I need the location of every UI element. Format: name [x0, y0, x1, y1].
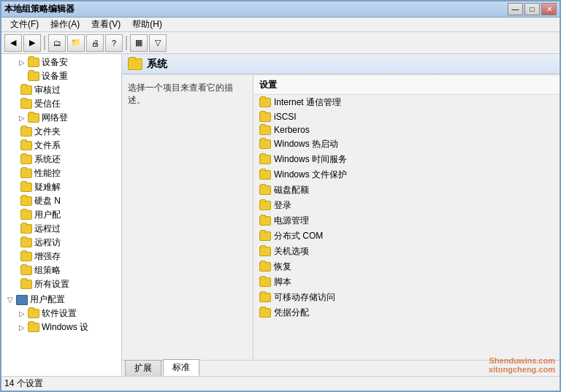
- tree-label: 网络登: [42, 112, 68, 124]
- maximize-button[interactable]: □: [524, 3, 540, 15]
- panel-body: 选择一个项目来查看它的描述。 设置 Internet 通信管理 iSCSI: [122, 74, 560, 360]
- expand-icon: [9, 126, 20, 138]
- folder-icon: [20, 127, 32, 137]
- tree-label: 系统还: [34, 153, 61, 166]
- toolbar-separator-2: [126, 36, 127, 50]
- settings-item-win-hotstart[interactable]: Windows 热启动: [253, 137, 560, 152]
- tree-item-xingneng[interactable]: 性能控: [1, 166, 121, 180]
- expand-icon: [9, 140, 20, 152]
- folder-button[interactable]: 🗂: [48, 34, 66, 52]
- help-button[interactable]: ?: [105, 34, 123, 52]
- folder-icon-jiaoben: [259, 277, 271, 287]
- panel-header: 系统: [122, 54, 560, 74]
- folder-icon: [20, 155, 32, 164]
- close-button[interactable]: ✕: [541, 3, 557, 15]
- folder-icon-iscsi: [259, 112, 271, 122]
- folder-icon-shebei-an: [28, 58, 39, 67]
- tree-item-shebei-an[interactable]: ▷ 设备安: [1, 55, 121, 69]
- settings-item-huifu[interactable]: 恢复: [253, 259, 560, 274]
- folder-icon-denglu: [259, 201, 271, 210]
- menu-help[interactable]: 帮助(H): [126, 17, 168, 32]
- settings-item-ping-fen[interactable]: 凭据分配: [253, 305, 560, 320]
- settings-label-keyidong: 可移动存储访问: [274, 291, 335, 304]
- main-content: ▷ 设备安 设备重 审核过 受信任: [1, 54, 560, 376]
- settings-label-kerberos: Kerberos: [274, 125, 310, 135]
- tree-item-yingpan[interactable]: 硬盘 N: [1, 194, 121, 208]
- menu-view[interactable]: 查看(V): [85, 17, 126, 32]
- settings-item-keyidong[interactable]: 可移动存储访问: [253, 290, 560, 305]
- tree-label: 用户配: [34, 209, 61, 221]
- tab-expand[interactable]: 扩展: [125, 360, 161, 376]
- print-button[interactable]: 🖨: [86, 34, 104, 52]
- expand-icon: [9, 223, 20, 235]
- filter-button[interactable]: ▽: [149, 34, 167, 52]
- settings-item-win-time[interactable]: Windows 时间服务: [253, 152, 560, 167]
- tree-item-shengji[interactable]: 审核过: [1, 83, 121, 97]
- settings-label-win-time: Windows 时间服务: [274, 153, 347, 166]
- folder-icon: [20, 210, 32, 220]
- tree-item-yonghu-pei[interactable]: 用户配: [1, 208, 121, 222]
- settings-item-dianyuan[interactable]: 电源管理: [253, 213, 560, 228]
- tree-item-nanyi[interactable]: 疑难解: [1, 180, 121, 194]
- panel-header-folder-icon: [128, 58, 142, 70]
- tree-item-zucai[interactable]: 组策略: [1, 264, 121, 277]
- tree-item-wenjian-xi[interactable]: 文件系: [1, 139, 121, 153]
- view-button[interactable]: ▦: [130, 34, 148, 52]
- expand-icon: [9, 154, 20, 166]
- forward-button[interactable]: ▶: [23, 34, 41, 52]
- description-column: 选择一个项目来查看它的描述。: [122, 74, 253, 360]
- expand-icon-shebei-an: ▷: [16, 57, 28, 69]
- tree-item-yonghu-root[interactable]: ▽ 用户配置: [1, 293, 121, 307]
- description-text: 选择一个项目来查看它的描述。: [128, 82, 233, 105]
- expand-icon: [9, 237, 20, 249]
- tree-item-yuancheng-fang[interactable]: 远程访: [1, 236, 121, 250]
- tree-item-windows-shezhi[interactable]: ▷ Windows 设: [1, 320, 121, 334]
- tree-item-zengjia[interactable]: 增强存: [1, 250, 121, 264]
- folder-icon: [20, 266, 32, 275]
- status-text: 14 个设置: [4, 377, 43, 390]
- settings-item-cipei[interactable]: 磁盘配额: [253, 182, 560, 198]
- folder-icon-keyidong: [259, 293, 271, 302]
- folder-icon: [20, 169, 32, 178]
- tree-label: 受信任: [34, 98, 61, 110]
- settings-item-internet[interactable]: Internet 通信管理: [253, 95, 560, 110]
- tree-item-ruanjian[interactable]: ▷ 软件设置: [1, 307, 121, 320]
- expand-icon: ▽: [4, 294, 16, 306]
- tree-label: 增强存: [34, 250, 61, 263]
- settings-item-guanji[interactable]: 关机选项: [253, 244, 560, 259]
- tree-item-shounin[interactable]: 受信任: [1, 97, 121, 111]
- settings-item-kerberos[interactable]: Kerberos: [253, 123, 560, 137]
- expand-icon: [16, 71, 28, 82]
- back-button[interactable]: ◀: [4, 34, 22, 52]
- tree-item-wenjian-jia[interactable]: 文件夹: [1, 125, 121, 139]
- menu-action[interactable]: 操作(A): [45, 17, 85, 32]
- tree-label: Windows 设: [42, 321, 88, 334]
- tree-item-yuancheng-guo[interactable]: 远程过: [1, 222, 121, 236]
- expand-icon: [9, 210, 20, 221]
- tree-label: 文件系: [34, 139, 61, 152]
- tree-item-xitong[interactable]: 系统还: [1, 153, 121, 166]
- tree-item-suoyou[interactable]: 所有设置: [1, 277, 121, 291]
- expand-icon: [9, 279, 20, 291]
- folder-icon-internet: [259, 98, 271, 107]
- menu-file[interactable]: 文件(F): [4, 17, 45, 32]
- tree-label: 文件夹: [34, 126, 61, 138]
- tree-item-shebei-chong[interactable]: 设备重: [1, 69, 121, 83]
- settings-label-denglu: 登录: [274, 199, 291, 212]
- settings-label-win-hotstart: Windows 热启动: [274, 138, 338, 150]
- folder-icon: [20, 182, 32, 192]
- minimize-button[interactable]: —: [508, 3, 523, 15]
- tree-panel: ▷ 设备安 设备重 审核过 受信任: [1, 54, 122, 376]
- folder-icon: [28, 309, 39, 318]
- settings-label-dianyuan: 电源管理: [274, 215, 309, 227]
- settings-label-internet: Internet 通信管理: [274, 96, 341, 109]
- settings-item-jiaoben[interactable]: 脚本: [253, 274, 560, 290]
- settings-item-iscsi[interactable]: iSCSI: [253, 110, 560, 123]
- folder2-button[interactable]: 📁: [67, 34, 85, 52]
- settings-item-fenbu-com[interactable]: 分布式 COM: [253, 228, 560, 244]
- tree-item-wangluo[interactable]: ▷ 网络登: [1, 111, 121, 125]
- settings-item-win-file[interactable]: Windows 文件保护: [253, 167, 560, 182]
- settings-item-denglu[interactable]: 登录: [253, 198, 560, 213]
- tree-label: 性能控: [34, 167, 61, 180]
- tab-standard[interactable]: 标准: [163, 359, 199, 376]
